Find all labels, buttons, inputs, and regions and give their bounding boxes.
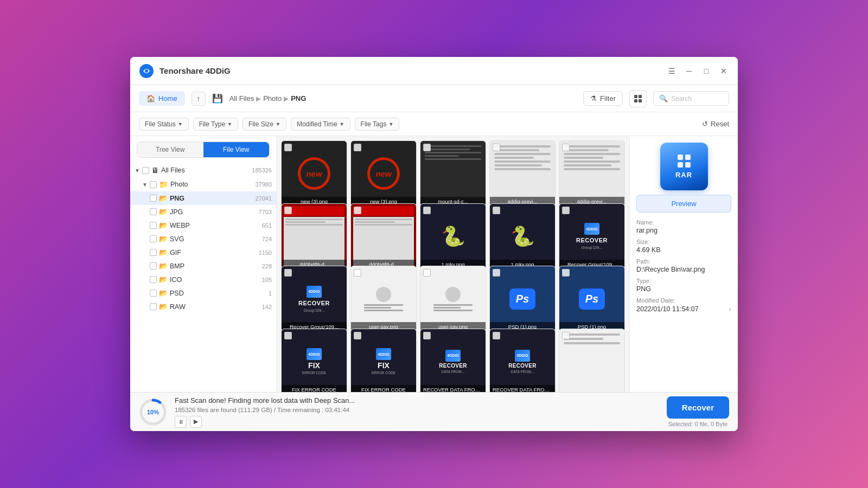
filter-modified-time[interactable]: Modified Time ▼ [291,118,350,131]
checkbox-bmp[interactable] [150,262,157,269]
checkbox-svg[interactable] [150,235,157,242]
checkbox-jpg[interactable] [150,208,157,215]
ps-icon: Ps [509,288,535,310]
card-checkbox-16[interactable] [284,332,292,339]
close-button[interactable]: ✕ [718,66,729,76]
file-card-fix1[interactable]: 4DDiG FIX ERROR CODE FIX ERROR CODE [281,329,347,393]
card-checkbox-11[interactable] [284,269,292,277]
sidebar-item-allfiles[interactable]: ▼ 🖥 All Files 185326 [130,163,276,177]
card-checkbox-1[interactable] [284,144,292,151]
filter-file-tags[interactable]: File Tags ▼ [355,118,400,131]
filter-file-size[interactable]: File Size ▼ [242,118,286,131]
file-card-recover-dark2[interactable]: 4DDiG RECOVER Group'109... Recover Group… [281,266,347,332]
file-card-4ddig1[interactable]: 4ddig-previ... [489,140,556,207]
sidebar-item-bmp[interactable]: 📂 BMP 228 [130,259,276,273]
pause-button[interactable]: ⏸ [175,416,187,428]
filter-tags-label: File Tags [361,120,387,128]
file-card-fix2[interactable]: 4DDiG FIX ERROR CODE FIX ERROR CODE [350,329,417,393]
file-view-button[interactable]: File View [203,142,270,157]
breadcrumb-allfiles[interactable]: All Files [229,94,254,102]
checkbox-webp[interactable] [150,222,157,229]
recover-button[interactable]: Recover [667,396,729,419]
tree-view-button[interactable]: Tree View [137,142,203,157]
checkbox-allfiles[interactable] [142,167,149,174]
card-checkbox-7[interactable] [354,207,361,214]
detail-path-field: Path: D:\Recycle Bin\var.png [636,258,731,273]
sidebar-item-webp[interactable]: 📂 WEBP 651 [130,219,276,232]
checkbox-photo[interactable] [150,181,157,188]
breadcrumb-photo[interactable]: Photo [263,94,282,102]
hamburger-menu-icon[interactable]: ☰ [666,66,677,76]
card-checkbox-13[interactable] [423,269,431,277]
detail-arrow-icon[interactable]: › [729,305,731,313]
up-button[interactable]: ↑ [192,92,206,106]
file-card-user-say2[interactable]: user-say.png [420,266,486,332]
search-input[interactable]: 🔍 Search [653,91,729,106]
card-checkbox-12[interactable] [354,269,361,277]
file-card-new2[interactable]: new new (3).png [350,140,417,207]
card-checkbox-10[interactable] [562,207,570,214]
sidebar-item-png[interactable]: 📂 PNG 27041 [130,191,276,205]
file-card-psd1[interactable]: Ps PSD (1).png [489,266,556,332]
file-card-mkv2[interactable]: 🐍 1.mkv.png [489,203,556,269]
file-card-dd1[interactable]: dd0fa8f8-d... [281,203,347,269]
file-card-dd2[interactable]: dd0fa8f8-d... [350,203,417,269]
python-snake-icon: 🐍 [441,225,465,248]
rar-icon-big: RAR [660,143,708,190]
filter-icon: ⚗ [590,94,597,102]
card-checkbox-3[interactable] [423,144,431,151]
scan-title-text: Fast Scan done! Finding more lost data w… [175,396,659,404]
file-card-user-say1[interactable]: user-say.png [350,266,417,332]
sidebar-item-jpg[interactable]: 📂 JPG 7703 [130,205,276,219]
card-checkbox-17[interactable] [354,332,361,339]
filter-file-type[interactable]: File Type ▼ [193,118,238,131]
card-checkbox-4[interactable] [493,144,500,151]
sidebar-item-raw[interactable]: 📂 RAW 142 [130,300,276,313]
sidebar-item-gif[interactable]: 📂 GIF 1150 [130,246,276,259]
file-card-blank[interactable] [559,329,625,393]
minimize-button[interactable]: ─ [684,66,694,76]
file-card-recover-blue2[interactable]: 4DDiG RECOVER DATA FROM... RECOVER DATA … [489,329,556,393]
checkbox-png[interactable] [150,195,157,202]
file-card-mkv1[interactable]: 🐍 1.mkv.png [420,203,486,269]
chevron-photo: ▼ [142,182,148,188]
card-checkbox-9[interactable] [493,207,500,214]
card-checkbox-2[interactable] [354,144,361,151]
card-checkbox-5[interactable] [562,144,570,151]
file-card-recover-blue1[interactable]: 4DDiG RECOVER DATA FROM... RECOVER DATA … [420,329,486,393]
ps-icon2: Ps [579,288,605,310]
filter-button[interactable]: ⚗ Filter [583,91,623,106]
checkbox-gif[interactable] [150,249,157,256]
recover-text-1: RECOVER [576,237,608,243]
reset-button[interactable]: ↺ Reset [702,120,729,128]
allfiles-count: 185326 [252,167,272,174]
scan-info: Fast Scan done! Finding more lost data w… [175,396,659,428]
checkbox-psd[interactable] [150,290,157,297]
card-checkbox-14[interactable] [493,269,500,277]
file-card-recover-dark1[interactable]: 4DDiG RECOVER Group'109... Recover Group… [559,203,625,269]
card-checkbox-6[interactable] [284,207,292,214]
home-button[interactable]: 🏠 Home [139,91,185,106]
raw-folder-icon: 📂 [159,303,168,311]
card-checkbox-8[interactable] [423,207,431,214]
preview-button[interactable]: Preview [636,195,731,213]
card-checkbox-15[interactable] [562,269,570,277]
file-card-new1[interactable]: new new (3).png [281,140,347,207]
checkbox-raw[interactable] [150,303,157,310]
filter-file-status[interactable]: File Status ▼ [139,118,189,131]
file-card-psd2[interactable]: Ps PSD (1).png [559,266,625,332]
card-checkbox-20[interactable] [562,332,570,339]
sidebar-item-ico[interactable]: 📂 ICO 105 [130,273,276,286]
sidebar-item-svg[interactable]: 📂 SVG 724 [130,232,276,246]
sidebar-item-photo[interactable]: ▼ 📁 Photo 37980 [130,177,276,191]
file-card-4ddig2[interactable]: 4ddig-previ... [559,140,625,207]
grid-view-toggle[interactable] [629,90,647,107]
file-card-mount[interactable]: mount-sd-c... [420,140,486,207]
sidebar-item-psd[interactable]: 📂 PSD 1 [130,286,276,300]
filter-size-arrow: ▼ [276,121,280,127]
card-checkbox-19[interactable] [493,332,500,339]
card-checkbox-18[interactable] [423,332,431,339]
checkbox-ico[interactable] [150,276,157,283]
play-button[interactable]: ▶ [190,416,202,428]
maximize-button[interactable]: □ [701,66,712,76]
